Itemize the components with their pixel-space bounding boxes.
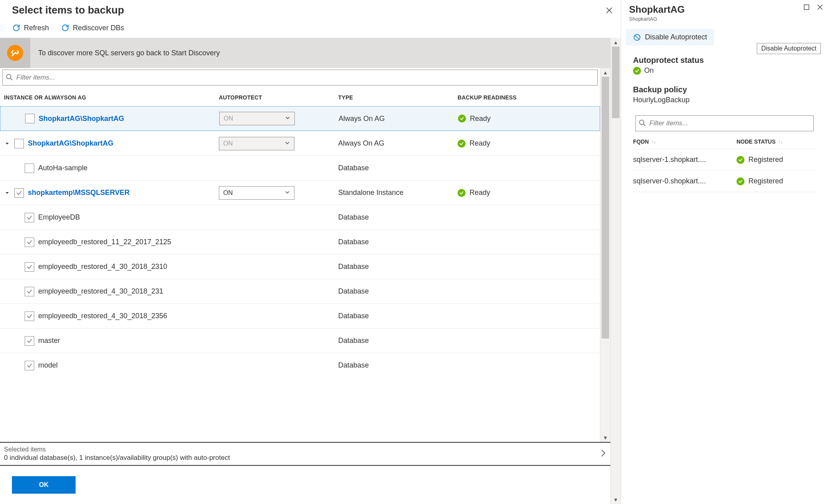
node-fqdn: sqlserver-0.shopkart.... <box>633 177 736 185</box>
node-filter-input[interactable] <box>635 115 814 131</box>
check-icon <box>633 67 641 75</box>
checkbox[interactable] <box>25 361 34 370</box>
selected-items-footer[interactable]: Selected items 0 individual database(s),… <box>0 442 610 466</box>
scroll-down-icon[interactable]: ▼ <box>600 433 610 442</box>
selected-items-summary: 0 individual database(s), 1 instance(s)/… <box>4 454 230 462</box>
header-instance[interactable]: INSTANCE OR ALWAYSON AG <box>4 94 219 101</box>
autoprotect-select[interactable]: ON <box>219 186 294 200</box>
disable-autoprotect-label: Disable Autoprotect <box>645 33 707 41</box>
scroll-down-icon[interactable]: ▼ <box>611 495 621 504</box>
check-icon <box>458 115 466 123</box>
table-row[interactable]: ShopkartAG\ShopkartAGONAlways On AGReady <box>0 106 600 131</box>
checkbox[interactable] <box>25 163 34 173</box>
table-row[interactable]: shopkartemp\MSSQLSERVERONStandalone Inst… <box>0 180 600 205</box>
autoprotect-select[interactable]: ON <box>219 137 294 150</box>
node-row[interactable]: sqlserver-0.shopkart....Registered <box>633 171 816 192</box>
backup-policy-value: HourlyLogBackup <box>633 96 690 104</box>
close-icon[interactable] <box>817 4 823 10</box>
caret-down-icon[interactable] <box>4 191 10 195</box>
header-fqdn[interactable]: FQDN↑↓ <box>633 138 736 145</box>
type-cell: Database <box>338 361 458 370</box>
check-icon <box>458 140 466 148</box>
table-row[interactable]: employeedb_restored_4_30_2018_231Databas… <box>0 279 600 304</box>
close-icon[interactable] <box>606 7 613 14</box>
filter-input[interactable] <box>2 70 598 86</box>
database-name: employeedb_restored_4_30_2018_231 <box>38 287 163 296</box>
scroll-up-icon[interactable]: ▲ <box>600 68 610 77</box>
type-cell: Database <box>338 312 458 320</box>
table-row[interactable]: EmployeeDBDatabase <box>0 205 600 230</box>
sort-icon: ↑↓ <box>651 139 656 145</box>
disable-autoprotect-button[interactable]: Disable Autoprotect <box>626 29 714 45</box>
rediscover-label: Rediscover DBs <box>73 24 124 32</box>
right-panel-header: ShopkartAG ShopkartAG <box>621 0 828 22</box>
svg-rect-2 <box>804 5 809 10</box>
checkbox[interactable] <box>25 213 34 222</box>
banner-text: To discover more SQL servers go back to … <box>38 49 220 57</box>
ok-button[interactable]: OK <box>12 476 76 494</box>
page-title: Select items to backup <box>12 4 124 16</box>
node-filter-wrap <box>635 115 814 131</box>
info-banner: To discover more SQL servers go back to … <box>0 38 610 68</box>
chevron-right-icon[interactable] <box>600 448 606 460</box>
panel-scrollbar[interactable]: ▲ ▼ <box>610 38 621 504</box>
scroll-thumb[interactable] <box>602 77 609 339</box>
checkbox[interactable] <box>25 336 34 346</box>
checkbox[interactable] <box>25 114 35 123</box>
scroll-up-icon[interactable]: ▲ <box>611 38 621 47</box>
checkbox[interactable] <box>25 262 34 272</box>
autoprotect-status-value: On <box>644 66 654 75</box>
maximize-icon[interactable] <box>803 4 810 10</box>
rediscover-button[interactable]: Rediscover DBs <box>61 23 124 32</box>
search-icon <box>639 119 646 128</box>
sort-icon: ↑↓ <box>778 139 783 145</box>
refresh-button[interactable]: Refresh <box>12 23 49 32</box>
node-row[interactable]: sqlserver-1.shopkart....Registered <box>633 149 816 171</box>
header-node-status[interactable]: NODE STATUS↑↓ <box>736 138 816 145</box>
chevron-down-icon <box>284 140 290 147</box>
checkbox[interactable] <box>25 237 34 247</box>
filter-wrap <box>2 70 598 86</box>
checkbox[interactable] <box>14 139 24 148</box>
table-row[interactable]: employeedb_restored_11_22_2017_2125Datab… <box>0 230 600 254</box>
header-readiness[interactable]: BACKUP READINESS <box>458 94 596 101</box>
backup-policy-label: Backup policy <box>633 85 816 94</box>
table-row[interactable]: ShopkartAG\ShopkartAGONAlways On AGReady <box>0 131 600 156</box>
readiness-value: Ready <box>470 115 491 123</box>
table-scrollbar[interactable]: ▲ ▼ <box>600 68 610 442</box>
type-cell: Standalone Instance <box>338 189 458 197</box>
type-cell: Database <box>338 263 458 271</box>
instance-link[interactable]: ShopkartAG\ShopkartAG <box>28 139 113 148</box>
search-icon <box>6 74 13 82</box>
node-headers: FQDN↑↓ NODE STATUS↑↓ <box>633 131 816 149</box>
type-cell: Always On AG <box>339 115 458 123</box>
tooltip: Disable Autoprotect <box>757 43 821 54</box>
chevron-down-icon <box>285 115 290 122</box>
header-type[interactable]: TYPE <box>338 94 458 101</box>
database-name: employeedb_restored_11_22_2017_2125 <box>38 238 171 246</box>
table-row[interactable]: modelDatabase <box>0 353 600 378</box>
scroll-thumb[interactable] <box>612 47 620 118</box>
checkbox[interactable] <box>25 287 34 296</box>
table-row[interactable]: employeedb_restored_4_30_2018_2310Databa… <box>0 254 600 279</box>
refresh-label: Refresh <box>24 24 49 32</box>
check-icon <box>458 189 466 197</box>
table-row[interactable]: employeedb_restored_4_30_2018_2356Databa… <box>0 304 600 328</box>
svg-point-1 <box>6 74 11 79</box>
autoprotect-select[interactable]: ON <box>219 112 295 125</box>
database-name: employeedb_restored_4_30_2018_2356 <box>38 312 167 320</box>
type-cell: Database <box>338 287 458 296</box>
checkbox[interactable] <box>14 188 24 198</box>
instance-link[interactable]: ShopkartAG\ShopkartAG <box>39 115 124 123</box>
instance-link[interactable]: shopkartemp\MSSQLSERVER <box>28 189 130 197</box>
header-autoprotect[interactable]: AUTOPROTECT <box>219 94 338 101</box>
database-name: model <box>38 361 58 370</box>
svg-point-4 <box>639 120 644 125</box>
database-name: EmployeeDB <box>38 213 80 222</box>
left-panel-header: Select items to backup <box>0 0 621 19</box>
caret-down-icon[interactable] <box>4 141 10 146</box>
type-cell: Database <box>338 337 458 345</box>
table-row[interactable]: AutoHa-sampleDatabase <box>0 156 600 180</box>
table-row[interactable]: masterDatabase <box>0 328 600 353</box>
checkbox[interactable] <box>25 311 34 321</box>
